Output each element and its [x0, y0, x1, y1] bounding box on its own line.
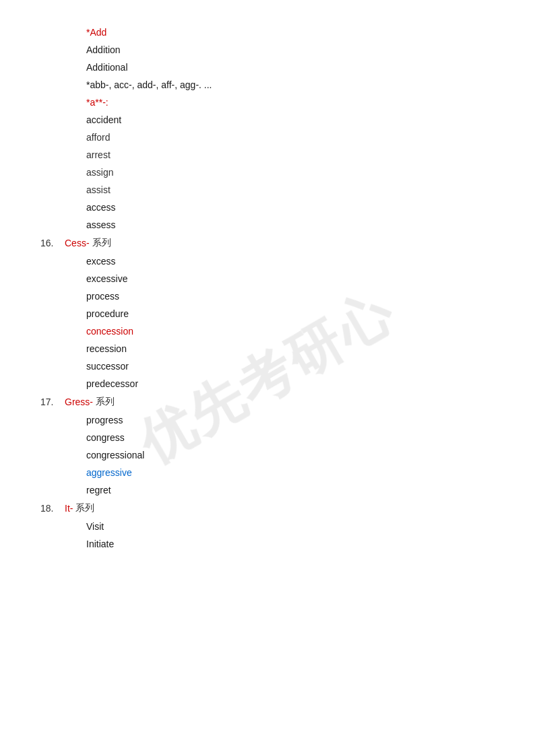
word-list: VisitInitiate: [40, 521, 495, 549]
top-entries: *AddAdditionAdditional*abb-, acc-, add-,…: [40, 27, 495, 230]
word-list: excessexcessiveprocessprocedureconcessio…: [40, 256, 495, 389]
section-suffix: 系列: [92, 237, 111, 249]
section-title: Gress-: [65, 397, 93, 407]
word-item: process: [86, 291, 495, 302]
top-entry: *Add: [86, 27, 495, 38]
section-suffix: 系列: [75, 502, 94, 514]
word-item: regret: [86, 485, 495, 495]
word-list: progresscongresscongressionalaggressiver…: [40, 415, 495, 495]
word-item: Visit: [86, 521, 495, 532]
top-entry: *abb-, acc-, add-, aff-, agg-. ...: [86, 79, 495, 90]
section-header: 16.Cess-系列: [40, 237, 495, 249]
section-number: 17.: [40, 397, 61, 407]
section-title: It-: [65, 503, 73, 514]
word-item: Initiate: [86, 539, 495, 549]
top-entry: access: [86, 202, 495, 213]
top-entry: assess: [86, 219, 495, 230]
section-header: 17.Gress-系列: [40, 396, 495, 408]
word-item: excessive: [86, 273, 495, 284]
top-entry: arrest: [86, 149, 495, 160]
word-item: procedure: [86, 308, 495, 319]
section-number: 18.: [40, 503, 61, 514]
word-item: progress: [86, 415, 495, 425]
word-item: successor: [86, 361, 495, 372]
word-item: excess: [86, 256, 495, 267]
section-suffix: 系列: [96, 396, 115, 408]
sections-container: 16.Cess-系列excessexcessiveprocessprocedur…: [40, 237, 495, 549]
top-entry: Addition: [86, 44, 495, 55]
section-header: 18.It-系列: [40, 502, 495, 514]
page-content: 优先考研心 *AddAdditionAdditional*abb-, acc-,…: [0, 0, 535, 583]
top-entry: *a**-:: [86, 97, 495, 108]
section-title: Cess-: [65, 238, 90, 248]
top-entry: accident: [86, 114, 495, 125]
top-entry: assist: [86, 184, 495, 195]
word-item: predecessor: [86, 378, 495, 389]
top-entry: afford: [86, 132, 495, 143]
top-entry: assign: [86, 167, 495, 178]
word-item: aggressive: [86, 467, 495, 478]
section-number: 16.: [40, 238, 61, 248]
top-entry: Additional: [86, 62, 495, 73]
word-item: congressional: [86, 450, 495, 460]
word-item: recession: [86, 343, 495, 354]
word-item: concession: [86, 326, 495, 337]
word-item: congress: [86, 432, 495, 443]
